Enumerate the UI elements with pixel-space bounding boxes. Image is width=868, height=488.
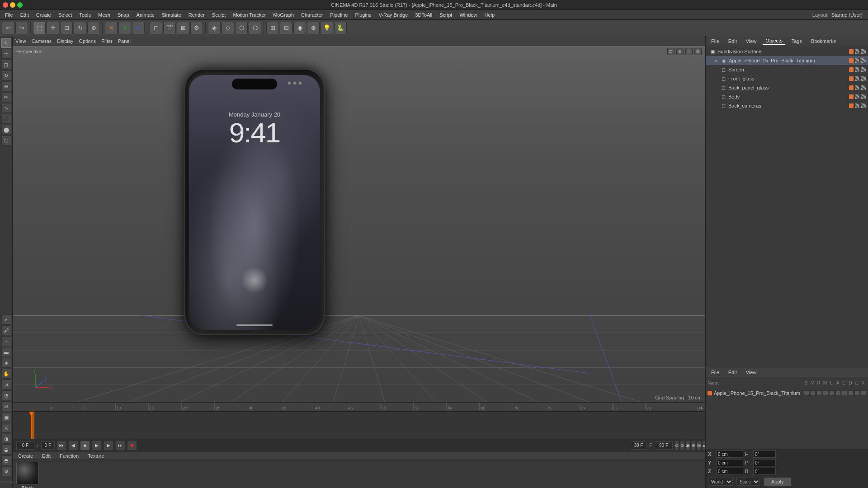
- snap4-btn[interactable]: ⊛: [307, 22, 320, 34]
- left-tool-rotate[interactable]: ↻: [1, 70, 11, 80]
- x-input[interactable]: [716, 450, 743, 458]
- om-tab-edit[interactable]: Edit: [726, 38, 740, 45]
- scale-tool[interactable]: ⊡: [60, 22, 73, 34]
- end-frame-input[interactable]: [655, 441, 673, 450]
- poly-mode[interactable]: ⬡: [235, 22, 248, 34]
- snap2-btn[interactable]: ⊟: [280, 22, 292, 34]
- viewport-tab-display[interactable]: Display: [57, 38, 73, 44]
- mat-tab-create[interactable]: Create: [15, 452, 36, 460]
- point-mode[interactable]: ◈: [208, 22, 221, 34]
- h-input[interactable]: [753, 450, 776, 458]
- left-tool-move[interactable]: ✛: [1, 49, 11, 59]
- om-item-back-panel-glass[interactable]: ◻ Back_panel_glass: [706, 83, 868, 92]
- yray-btn[interactable]: ✕: [118, 22, 131, 34]
- menu-plugins[interactable]: Plugins: [352, 11, 374, 19]
- subdivision-check2[interactable]: [861, 49, 866, 54]
- model-mode[interactable]: ◻: [150, 22, 162, 34]
- apply-button[interactable]: Apply: [764, 477, 792, 486]
- left-tool-texture[interactable]: ◓: [1, 455, 11, 465]
- menu-tools[interactable]: Tools: [76, 11, 94, 19]
- am-tab-view[interactable]: View: [743, 369, 760, 376]
- menu-sculpt[interactable]: Sculpt: [209, 11, 229, 19]
- menu-animate[interactable]: Animate: [133, 11, 158, 19]
- p-input[interactable]: [753, 459, 776, 466]
- menu-render[interactable]: Render: [185, 11, 208, 19]
- left-tool-color[interactable]: ◑: [1, 434, 11, 444]
- timeline-playhead[interactable]: [31, 412, 32, 439]
- menu-file[interactable]: File: [2, 11, 16, 19]
- fps-display[interactable]: [631, 441, 646, 450]
- viewport-fullscreen-icon[interactable]: □: [685, 48, 693, 55]
- render-btn[interactable]: 🎬: [163, 22, 176, 34]
- left-tool-transform[interactable]: ⊕: [1, 81, 11, 91]
- snap-btn[interactable]: ⊞: [266, 22, 279, 34]
- am-tab-edit[interactable]: Edit: [726, 369, 740, 376]
- screen-check2[interactable]: [861, 67, 866, 72]
- go-to-end[interactable]: ⏭: [115, 441, 125, 450]
- menu-3dtoall[interactable]: 3DToAll: [412, 11, 435, 19]
- om-item-body[interactable]: ◻ Body: [706, 92, 868, 101]
- menu-snap[interactable]: Snap: [114, 11, 132, 19]
- transform-tool[interactable]: ⊕: [87, 22, 100, 34]
- left-tool-pinch[interactable]: ◈: [1, 358, 11, 368]
- body-check1[interactable]: [854, 94, 860, 99]
- om-item-screen[interactable]: ◻ Screen: [706, 65, 868, 74]
- mat-tab-texture[interactable]: Texture: [85, 452, 107, 460]
- left-tool-magnet[interactable]: ⌀: [1, 314, 11, 324]
- current-frame-input[interactable]: [16, 441, 34, 450]
- b-input[interactable]: [753, 468, 776, 475]
- menu-motion-tracker[interactable]: Motion Tracker: [230, 11, 269, 19]
- menu-vray[interactable]: V-Ray Bridge: [376, 11, 411, 19]
- iphone-check1[interactable]: [854, 58, 860, 63]
- attr-ctrl-7[interactable]: [842, 390, 847, 396]
- attr-ctrl-3[interactable]: [816, 390, 822, 396]
- transport-mode-3[interactable]: ◉: [685, 441, 690, 450]
- left-tool-spline[interactable]: ∿: [1, 103, 11, 113]
- left-tool-wax[interactable]: ◔: [1, 390, 11, 400]
- om-item-back-cameras[interactable]: ◻ Back_cameras: [706, 101, 868, 110]
- 3d-viewport[interactable]: Perspective ⊡ ⊕ □ ⊞: [13, 46, 705, 402]
- viewport-tab-cameras[interactable]: Cameras: [32, 38, 52, 44]
- transport-mode-1[interactable]: ⊙: [675, 441, 679, 450]
- z-input[interactable]: [716, 468, 743, 475]
- material-item[interactable]: Black: [16, 462, 39, 488]
- maximize-button[interactable]: [17, 2, 23, 8]
- render-settings[interactable]: ⚙: [190, 22, 203, 34]
- back-cameras-check2[interactable]: [861, 103, 866, 108]
- attr-ctrl-4[interactable]: [823, 390, 828, 396]
- mat-tab-function[interactable]: Function: [57, 452, 81, 460]
- transport-mode-2[interactable]: ⊚: [680, 441, 684, 450]
- back-cameras-color[interactable]: [849, 103, 854, 108]
- viewport-fit-icon[interactable]: ⊡: [667, 48, 675, 55]
- left-tool-cursor[interactable]: ↖: [1, 38, 11, 48]
- edge-mode[interactable]: ◇: [222, 22, 234, 34]
- undo-button[interactable]: ↩: [2, 22, 14, 34]
- menu-mograph[interactable]: MoGraph: [270, 11, 297, 19]
- left-tool-fill[interactable]: ▣: [1, 412, 11, 422]
- python-btn[interactable]: 🐍: [334, 22, 347, 34]
- uv-mode[interactable]: ⬡: [249, 22, 261, 34]
- left-tool-sphere[interactable]: ⬤: [1, 125, 11, 135]
- screen-check1[interactable]: [854, 67, 860, 72]
- menu-create[interactable]: Create: [33, 11, 54, 19]
- light-btn[interactable]: 💡: [321, 22, 333, 34]
- play-btn[interactable]: ▶: [92, 441, 102, 450]
- attr-ctrl-6[interactable]: [835, 390, 841, 396]
- attr-ctrl-2[interactable]: [810, 390, 816, 396]
- menu-character[interactable]: Character: [298, 11, 326, 19]
- attr-item-row[interactable]: Apple_iPhone_15_Pro_Black_Titanium: [708, 389, 866, 398]
- iphone-color[interactable]: [849, 58, 854, 63]
- om-item-subdivision[interactable]: ▣ Subdivision Surface: [706, 47, 868, 56]
- zray-btn[interactable]: ✕: [132, 22, 145, 34]
- back-panel-check1[interactable]: [854, 85, 860, 90]
- om-tab-objects[interactable]: Objects: [763, 37, 785, 45]
- left-tool-scrape[interactable]: ⊘: [1, 401, 11, 411]
- prev-frame-btn[interactable]: ◀: [68, 441, 78, 450]
- select-tool[interactable]: ⬚: [33, 22, 46, 34]
- left-tool-settings[interactable]: ⚙: [1, 466, 11, 476]
- attr-ctrl-10[interactable]: [861, 390, 866, 396]
- left-tool-material[interactable]: ◒: [1, 445, 11, 455]
- body-color[interactable]: [849, 94, 854, 99]
- back-cameras-check1[interactable]: [854, 103, 860, 108]
- rotate-tool[interactable]: ↻: [74, 22, 86, 34]
